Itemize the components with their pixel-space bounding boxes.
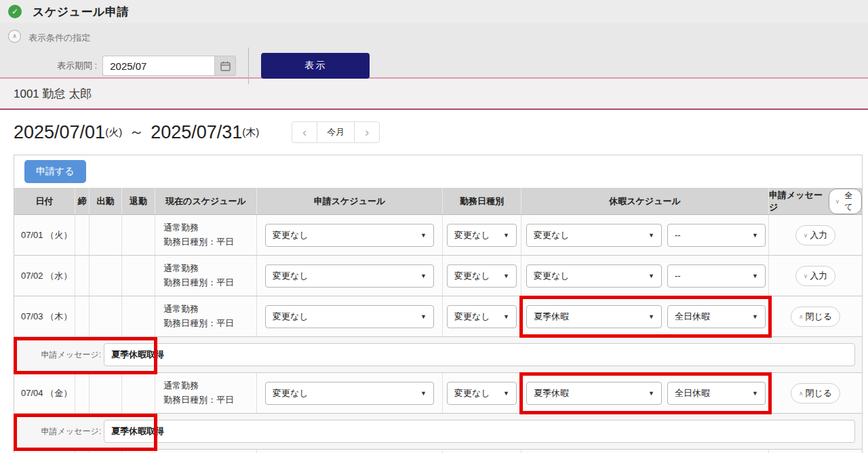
success-check-icon: ✓ bbox=[8, 5, 22, 18]
holiday-schedule-cell: 夏季休暇 ▼ 全日休暇 ▼ bbox=[521, 296, 769, 336]
message-filter-all-button[interactable]: ∨ 全て bbox=[829, 189, 862, 214]
holiday-unit-select[interactable]: -- ▼ bbox=[667, 264, 766, 288]
close-cell bbox=[75, 256, 90, 296]
header-current-schedule: 現在のスケジュール bbox=[155, 188, 257, 214]
chevron-up-icon: ∧ bbox=[799, 313, 804, 320]
table-row: 07/03 （木） 通常勤務 勤務日種別：平日 変更なし ▼ 変更なし ▼ bbox=[14, 296, 862, 337]
dropdown-arrow-icon: ▼ bbox=[752, 273, 758, 279]
holiday-unit-select[interactable]: -- ▼ bbox=[667, 224, 766, 247]
date-cell: 07/02 （水） bbox=[14, 256, 75, 296]
select-value: -- bbox=[675, 271, 681, 281]
date-cell: 07/01 （火） bbox=[14, 215, 75, 255]
toggle-label: 閉じる bbox=[805, 387, 832, 399]
vertical-divider bbox=[248, 47, 249, 84]
table-row: 07/01 （火） 通常勤務 勤務日種別：平日 変更なし ▼ 変更なし ▼ bbox=[14, 215, 862, 256]
message-close-toggle-button[interactable]: ∧ 閉じる bbox=[791, 383, 840, 403]
request-schedule-select[interactable]: 変更なし ▼ bbox=[265, 224, 434, 247]
header-request-message-label: 申請メッセージ bbox=[769, 189, 825, 214]
holiday-schedule-select[interactable]: 変更なし ▼ bbox=[526, 224, 662, 247]
dropdown-arrow-icon: ▼ bbox=[503, 313, 509, 320]
holiday-schedule-select[interactable]: 夏季休暇 ▼ bbox=[526, 382, 662, 405]
range-end-date: 2025/07/31 bbox=[151, 122, 242, 143]
message-input-toggle-button[interactable]: ∨ 入力 bbox=[795, 225, 836, 245]
dropdown-arrow-icon: ▼ bbox=[503, 232, 509, 239]
dropdown-arrow-icon: ▼ bbox=[648, 313, 654, 320]
request-message-input[interactable] bbox=[104, 420, 855, 443]
request-schedule-select[interactable]: 変更なし ▼ bbox=[265, 382, 434, 405]
clock-out-cell bbox=[122, 256, 155, 296]
message-filter-all-label: 全て bbox=[842, 190, 856, 213]
header-clock-out: 退勤 bbox=[122, 188, 155, 214]
schedule-table-panel: 申請する 日付 締 出勤 退勤 現在のスケジュール 申請スケジュール 勤務日種別… bbox=[14, 155, 863, 453]
chevron-down-icon: ∨ bbox=[804, 232, 808, 239]
workday-type-select[interactable]: 変更なし ▼ bbox=[447, 224, 517, 247]
holiday-unit-select[interactable]: 全日休暇 ▼ bbox=[667, 382, 766, 405]
workday-type-cell bbox=[443, 450, 521, 453]
clock-in-cell bbox=[90, 256, 122, 296]
workday-type-select[interactable]: 変更なし ▼ bbox=[447, 305, 517, 328]
current-schedule-line1: 通常勤務 bbox=[163, 302, 199, 316]
next-month-button[interactable]: › bbox=[354, 121, 380, 143]
workday-type-select[interactable]: 変更なし ▼ bbox=[447, 382, 517, 405]
dropdown-arrow-icon: ▼ bbox=[648, 390, 654, 397]
holiday-schedule-select[interactable]: 夏季休暇 ▼ bbox=[526, 305, 662, 328]
toggle-label: 入力 bbox=[810, 270, 827, 282]
current-month-button[interactable]: 今月 bbox=[317, 121, 355, 143]
chevron-up-icon: ∧ bbox=[12, 33, 17, 39]
select-value: 変更なし bbox=[534, 229, 570, 241]
request-schedule-cell: 変更なし ▼ bbox=[257, 256, 443, 296]
request-schedule-cell: 変更なし ▼ bbox=[257, 373, 443, 413]
chevron-left-icon: ‹ bbox=[302, 125, 307, 140]
select-value: 全日休暇 bbox=[675, 387, 710, 399]
show-button[interactable]: 表示 bbox=[261, 53, 370, 79]
holiday-unit-select[interactable]: 全日休暇 ▼ bbox=[667, 305, 766, 328]
period-label: 表示期間 : bbox=[57, 60, 97, 72]
page-title: スケジュール申請 bbox=[33, 4, 129, 20]
header-request-message: 申請メッセージ ∨ 全て bbox=[769, 188, 862, 214]
current-schedule-cell: 通常勤務 勤務日種別：平日 bbox=[155, 296, 257, 336]
message-close-toggle-button[interactable]: ∧ 閉じる bbox=[791, 307, 840, 327]
dropdown-arrow-icon: ▼ bbox=[420, 390, 427, 397]
request-schedule-select[interactable]: 変更なし ▼ bbox=[265, 264, 434, 288]
collapse-filter-button[interactable]: ∧ bbox=[8, 30, 21, 43]
month-nav-group: ‹ 今月 › bbox=[292, 121, 380, 143]
header-date: 日付 bbox=[14, 188, 75, 214]
toggle-label: 閉じる bbox=[805, 311, 832, 323]
workday-type-cell: 変更なし ▼ bbox=[443, 296, 521, 336]
holiday-schedule-cell: 夏季休暇 ▼ 全日休暇 ▼ bbox=[521, 373, 769, 413]
dropdown-arrow-icon: ▼ bbox=[420, 313, 427, 320]
select-value: 夏季休暇 bbox=[534, 311, 569, 323]
apply-button[interactable]: 申請する bbox=[24, 160, 86, 183]
header-request-schedule: 申請スケジュール bbox=[257, 188, 443, 214]
calendar-button[interactable] bbox=[214, 56, 236, 76]
header-clock-in: 出勤 bbox=[90, 188, 122, 214]
select-value: 変更なし bbox=[454, 229, 490, 241]
clock-in-cell bbox=[90, 296, 122, 336]
current-schedule-line2: 勤務日種別：平日 bbox=[163, 235, 234, 249]
message-input-toggle-button[interactable]: ∨ 入力 bbox=[795, 266, 836, 286]
range-separator: ～ bbox=[129, 122, 144, 142]
chevron-up-icon: ∧ bbox=[799, 390, 804, 397]
prev-month-button[interactable]: ‹ bbox=[292, 121, 317, 143]
close-cell bbox=[75, 450, 90, 453]
dropdown-arrow-icon: ▼ bbox=[752, 232, 758, 239]
title-bar: ✓ スケジュール申請 bbox=[0, 0, 868, 23]
clock-out-cell bbox=[122, 373, 155, 413]
select-value: 夏季休暇 bbox=[534, 387, 569, 399]
request-schedule-select[interactable]: 変更なし ▼ bbox=[265, 305, 434, 328]
clock-in-cell bbox=[90, 215, 122, 255]
period-input[interactable] bbox=[102, 56, 214, 76]
clock-in-cell bbox=[90, 450, 122, 453]
workday-type-cell: 変更なし ▼ bbox=[443, 256, 521, 296]
holiday-schedule-select[interactable]: 変更なし ▼ bbox=[526, 264, 662, 288]
request-message-input[interactable] bbox=[104, 343, 855, 366]
select-value: 変更なし bbox=[454, 387, 490, 399]
clock-out-cell bbox=[122, 296, 155, 336]
holiday-schedule-cell bbox=[521, 450, 769, 453]
header-holiday-schedule: 休暇スケジュール bbox=[521, 188, 769, 214]
dropdown-arrow-icon: ▼ bbox=[648, 273, 654, 279]
header-close: 締 bbox=[75, 188, 90, 214]
workday-type-select[interactable]: 変更なし ▼ bbox=[447, 264, 517, 288]
dropdown-arrow-icon: ▼ bbox=[503, 390, 509, 397]
request-message-cell: ∧ 閉じる bbox=[769, 373, 862, 413]
